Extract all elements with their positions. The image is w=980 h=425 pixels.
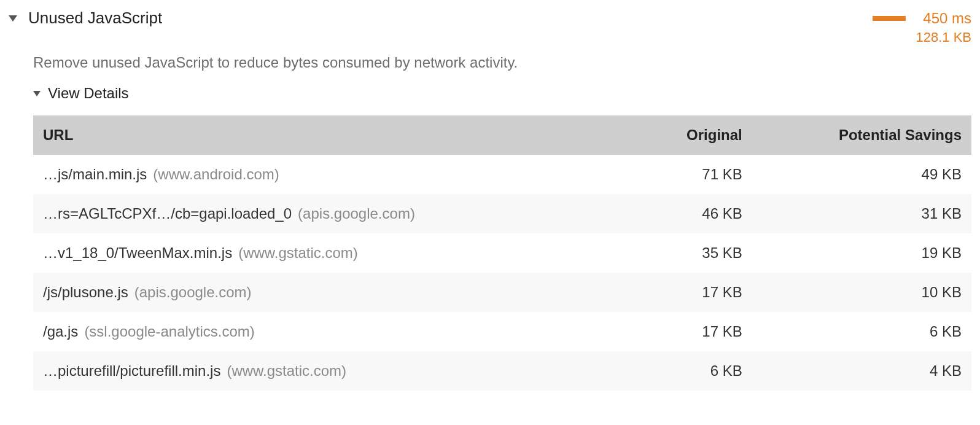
cell-savings: 10 KB <box>752 273 971 312</box>
cell-savings: 31 KB <box>752 194 971 233</box>
cell-url[interactable]: …js/main.min.js(www.android.com) <box>33 155 636 194</box>
cell-original: 35 KB <box>636 233 752 273</box>
audit-details: View Details URL Original Potential Savi… <box>9 85 971 391</box>
details-table: URL Original Potential Savings …js/main.… <box>33 115 971 391</box>
table-row: …v1_18_0/TweenMax.min.js(www.gstatic.com… <box>33 233 971 273</box>
col-savings[interactable]: Potential Savings <box>752 115 971 155</box>
audit-toggle[interactable]: Unused JavaScript <box>9 9 162 28</box>
audit-header: Unused JavaScript 450 ms 128.1 KB <box>9 6 971 54</box>
audit-title: Unused JavaScript <box>28 9 162 28</box>
cell-url[interactable]: …picturefill/picturefill.min.js(www.gsta… <box>33 351 636 391</box>
savings-bar-icon <box>873 16 906 21</box>
cell-original: 17 KB <box>636 273 752 312</box>
cell-savings: 6 KB <box>752 312 971 351</box>
audit-savings-summary: 450 ms 128.1 KB <box>873 9 971 45</box>
audit-description: Remove unused JavaScript to reduce bytes… <box>9 54 971 85</box>
table-row: …js/main.min.js(www.android.com) 71 KB 4… <box>33 155 971 194</box>
cell-savings: 49 KB <box>752 155 971 194</box>
cell-original: 17 KB <box>636 312 752 351</box>
table-row: /ga.js(ssl.google-analytics.com) 17 KB 6… <box>33 312 971 351</box>
cell-url[interactable]: /js/plusone.js(apis.google.com) <box>33 273 636 312</box>
cell-savings: 19 KB <box>752 233 971 273</box>
savings-time-row: 450 ms <box>873 10 971 27</box>
table-row: /js/plusone.js(apis.google.com) 17 KB 10… <box>33 273 971 312</box>
chevron-down-icon <box>33 91 41 96</box>
table-row: …rs=AGLTcCPXf…/cb=gapi.loaded_0(apis.goo… <box>33 194 971 233</box>
cell-url[interactable]: …rs=AGLTcCPXf…/cb=gapi.loaded_0(apis.goo… <box>33 194 636 233</box>
table-header-row: URL Original Potential Savings <box>33 115 971 155</box>
col-url[interactable]: URL <box>33 115 636 155</box>
savings-size: 128.1 KB <box>916 29 971 45</box>
chevron-down-icon <box>9 15 17 21</box>
savings-time: 450 ms <box>923 10 971 27</box>
cell-original: 71 KB <box>636 155 752 194</box>
cell-savings: 4 KB <box>752 351 971 391</box>
view-details-toggle[interactable]: View Details <box>33 85 971 115</box>
cell-url[interactable]: /ga.js(ssl.google-analytics.com) <box>33 312 636 351</box>
cell-original: 46 KB <box>636 194 752 233</box>
cell-url[interactable]: …v1_18_0/TweenMax.min.js(www.gstatic.com… <box>33 233 636 273</box>
cell-original: 6 KB <box>636 351 752 391</box>
view-details-label: View Details <box>48 85 129 102</box>
col-original[interactable]: Original <box>636 115 752 155</box>
table-row: …picturefill/picturefill.min.js(www.gsta… <box>33 351 971 391</box>
